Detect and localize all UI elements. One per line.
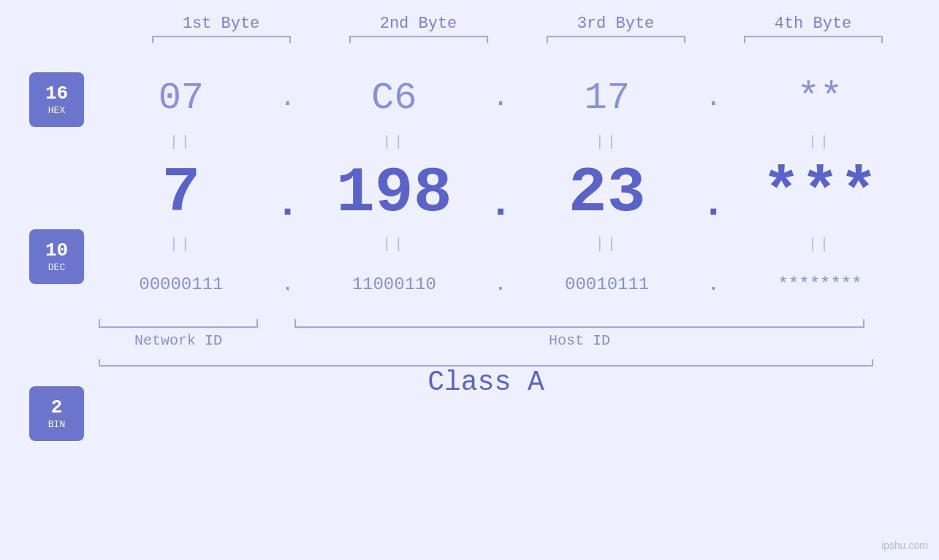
byte-headers: 1st Byte 2nd Byte 3rd Byte 4th Byte (123, 15, 912, 33)
dec-value-2: 198 (336, 157, 452, 229)
dec-dot-3: . (699, 159, 728, 227)
hex-value-3: 17 (584, 77, 629, 120)
bin-cell-3: 00010111 (534, 275, 680, 294)
dec-value-3: 23 (569, 157, 646, 229)
double-line-dec-bin: || || || || (99, 233, 902, 255)
bin-value-4: ******** (778, 275, 862, 294)
hex-value-4: ** (797, 77, 843, 120)
bin-value-3: 00010111 (565, 275, 649, 294)
dec-dot-2: . (486, 159, 515, 227)
hex-cell-4: ** (747, 77, 893, 120)
dec-cell-4: *** (747, 157, 893, 229)
hex-value-2: C6 (371, 77, 417, 120)
bin-badge-label: BIN (48, 419, 65, 430)
class-bracket (99, 359, 873, 367)
dec-badge-label: DEC (48, 262, 65, 273)
watermark: ipshu.com (881, 540, 928, 551)
hex-badge-label: HEX (48, 105, 65, 116)
hex-value-1: 07 (159, 77, 204, 120)
bin-value-1: 00000111 (139, 275, 223, 294)
bin-badge: 2 BIN (29, 386, 84, 441)
dec-badge-number: 10 (45, 240, 68, 261)
bracket-4 (744, 36, 883, 43)
bin-dot-2: . (486, 273, 515, 296)
bin-cell-1: 00000111 (108, 275, 254, 294)
bracket-2 (349, 36, 488, 43)
byte-header-4: 4th Byte (733, 15, 894, 33)
bin-cell-4: ******** (747, 275, 893, 294)
network-id-label: Network ID (134, 332, 222, 349)
dec-badge: 10 DEC (29, 229, 84, 284)
dec-cell-2: 198 (321, 157, 467, 229)
hex-cell-2: C6 (321, 77, 467, 120)
top-bracket-row (123, 36, 912, 43)
host-id-section: Host ID (294, 319, 864, 349)
bin-badge-number: 2 (51, 397, 63, 418)
hex-dot-2: . (486, 83, 515, 113)
dec-dot-1: . (273, 159, 303, 227)
bin-cell-2: 11000110 (321, 275, 467, 294)
byte-header-3: 3rd Byte (536, 15, 696, 33)
bracket-1 (152, 36, 291, 43)
bracket-3 (547, 36, 685, 43)
class-label-container: Class A (99, 367, 873, 398)
dec-row: 7 . 198 . 23 . *** (99, 153, 902, 233)
network-id-bracket (99, 319, 258, 328)
main-container: 1st Byte 2nd Byte 3rd Byte 4th Byte 16 H… (0, 0, 939, 560)
hex-dot-3: . (699, 83, 728, 113)
bin-row: 00000111 . 11000110 . 00010111 . (99, 255, 902, 313)
double-line-hex-dec: || || || || (99, 131, 902, 153)
byte-header-2: 2nd Byte (338, 15, 499, 33)
hex-cell-3: 17 (534, 77, 680, 120)
hex-badge-number: 16 (45, 83, 68, 104)
dec-value-1: 7 (161, 157, 200, 229)
hex-dot-1: . (273, 83, 303, 113)
badges-column: 16 HEX 10 DEC 2 BIN (29, 72, 84, 560)
class-label: Class A (427, 367, 544, 398)
bin-dot-3: . (699, 273, 728, 296)
host-id-label: Host ID (549, 332, 610, 349)
bin-dot-1: . (273, 273, 303, 296)
hex-cell-1: 07 (108, 77, 254, 120)
dec-cell-1: 7 (108, 157, 254, 229)
host-id-bracket (294, 319, 864, 328)
bin-value-2: 11000110 (352, 275, 436, 294)
bottom-bracket-section: Network ID Host ID (99, 319, 902, 349)
network-id-section: Network ID (99, 319, 258, 349)
dec-cell-3: 23 (534, 157, 680, 229)
hex-badge: 16 HEX (29, 72, 84, 127)
dec-value-4: *** (762, 157, 878, 229)
byte-header-1: 1st Byte (141, 15, 302, 33)
hex-row: 07 . C6 . 17 . ** (99, 65, 902, 131)
